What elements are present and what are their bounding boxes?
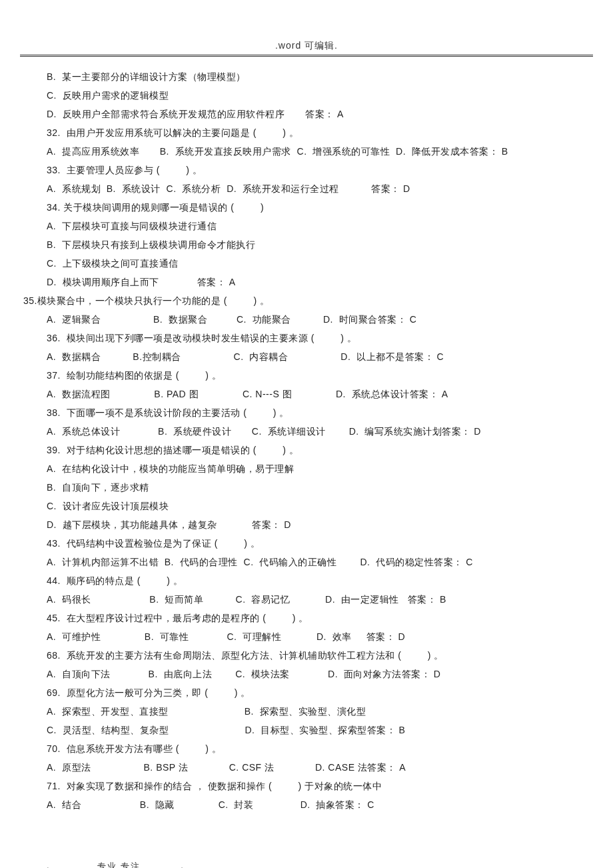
text-line: B. 某一主要部分的详细设计方案（物理模型） — [47, 67, 566, 86]
text-line: 38. 下面哪一项不是系统设计阶段的主要活动 ( ) 。 — [47, 403, 566, 422]
text-line: 71. 对象实现了数据和操作的结合 ， 使数据和操作 ( ) 于对象的统一体中 — [47, 777, 566, 795]
text-line: A. 结合 B. 隐藏 C. 封装 D. 抽象答案： C — [47, 795, 566, 814]
text-line: 36. 模块间出现下列哪一项是改动模块时发生错误的主要来源 ( ) 。 — [47, 329, 566, 347]
text-line: A. 数据流程图 B. PAD 图 C. N---S 图 D. 系统总体设计答案… — [47, 385, 566, 403]
text-line: A. 计算机内部运算不出错 B. 代码的合理性 C. 代码输入的正确性 D. 代… — [47, 553, 566, 571]
text-line: A. 在结构化设计中，模块的功能应当简单明确，易于理解 — [47, 459, 566, 478]
text-line: 33. 主要管理人员应参与 ( ) 。 — [47, 161, 566, 179]
text-line: 39. 对于结构化设计思想的描述哪一项是错误的 ( ) 。 — [47, 441, 566, 459]
footer-left-dot: . — [47, 861, 51, 868]
text-line: A. 自顶向下法 B. 由底向上法 C. 模块法案 D. 面向对象方法答案： D — [47, 665, 566, 683]
text-line: A. 原型法 B. BSP 法 C. CSF 法 D. CASE 法答案： A — [47, 758, 566, 777]
text-line: 70. 信息系统开发方法有哪些 ( ) 。 — [47, 739, 566, 758]
header-divider — [20, 55, 593, 57]
text-line: 43. 代码结构中设置检验位是为了保证 ( ) 。 — [47, 534, 566, 553]
text-line: 45. 在大型程序设计过程中，最后考虑的是程序的 ( ) 。 — [47, 609, 566, 627]
text-line: 32. 由用户开发应用系统可以解决的主要问题是 ( ) 。 — [47, 123, 566, 142]
text-line: D. 反映用户全部需求符合系统开发规范的应用软件程序 答案： A — [47, 105, 566, 123]
text-line: A. 探索型、开发型、直接型 B. 探索型、实验型、演化型 — [47, 702, 566, 721]
text-line: D. 模块调用顺序自上而下 答案： A — [47, 273, 566, 291]
text-line: 68. 系统开发的主要方法有生命周期法、原型化方法、计算机辅助软件工程方法和 (… — [47, 646, 566, 665]
text-line: C. 设计者应先设计顶层模块 — [47, 497, 566, 515]
text-line: 44. 顺序码的特点是 ( ) 。 — [47, 571, 566, 590]
text-line: C. 反映用户需求的逻辑模型 — [47, 86, 566, 105]
text-line: A. 码很长 B. 短而简单 C. 容易记忆 D. 由一定逻辑性 答案： B — [47, 590, 566, 609]
text-line: A. 系统总体设计 B. 系统硬件设计 C. 系统详细设计 D. 编写系统实施计… — [47, 422, 566, 441]
footer-center: 专业.专注 — [97, 861, 141, 868]
text-line: 35.模块聚合中，一个模块只执行一个功能的是 ( ) 。 — [23, 291, 566, 310]
text-line: A. 下层模块可直接与同级模块进行通信 — [47, 217, 566, 235]
text-line: B. 自顶向下，逐步求精 — [47, 478, 566, 497]
text-line: A. 数据耦合 B.控制耦合 C. 内容耦合 D. 以上都不是答案： C — [47, 347, 566, 366]
text-line: A. 逻辑聚合 B. 数据聚合 C. 功能聚合 D. 时间聚合答案： C — [47, 310, 566, 329]
text-line: C. 灵活型、结构型、复杂型 D. 目标型、实验型、探索型答案： B — [47, 721, 566, 739]
text-line: 34. 关于模块间调用的规则哪一项是错误的 ( ) — [47, 198, 566, 217]
text-line: A. 系统规划 B. 系统设计 C. 系统分析 D. 系统开发和运行全过程 答案… — [47, 179, 566, 198]
page-header: .word 可编辑. — [20, 40, 593, 52]
text-line: A. 可维护性 B. 可靠性 C. 可理解性 D. 效率 答案： D — [47, 627, 566, 646]
text-line: 69. 原型化方法一般可分为三类，即 ( ) 。 — [47, 683, 566, 702]
text-line: A. 提高应用系统效率 B. 系统开发直接反映用户需求 C. 增强系统的可靠性 … — [47, 142, 566, 161]
footer-right-dot: . — [181, 861, 185, 868]
text-line: D. 越下层模块，其功能越具体，越复杂 答案： D — [47, 515, 566, 534]
text-line: C. 上下级模块之间可直接通信 — [47, 254, 566, 273]
text-line: 37. 绘制功能结构图的依据是 ( ) 。 — [47, 366, 566, 385]
text-line: B. 下层模块只有接到上级模块调用命令才能执行 — [47, 235, 566, 254]
document-content: B. 某一主要部分的详细设计方案（物理模型）C. 反映用户需求的逻辑模型D. 反… — [20, 67, 593, 814]
page-footer: . 专业.专注 . — [0, 861, 613, 868]
